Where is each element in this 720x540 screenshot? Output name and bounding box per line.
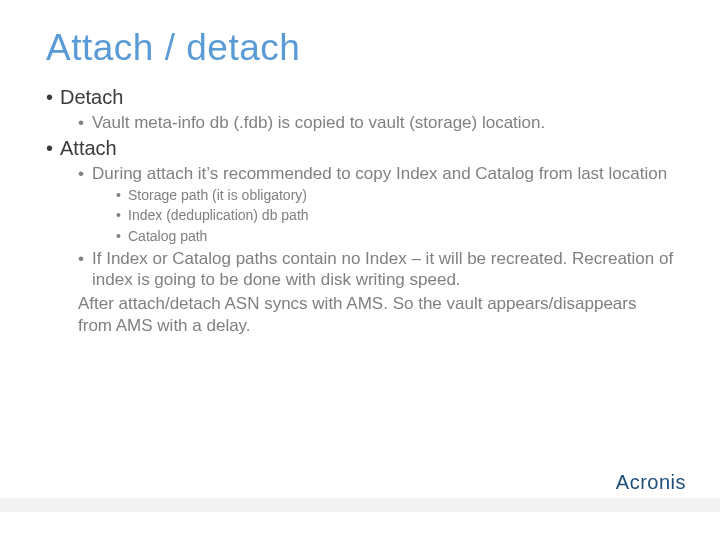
bullet-attach-sub1: During attach it’s recommended to copy I…	[78, 163, 674, 245]
bullet-detach-sub-0: Vault meta-info db (.fdb) is copied to v…	[78, 112, 674, 133]
bullet-attach-after: After attach/detach ASN syncs with AMS. …	[78, 293, 674, 336]
slide-title: Attach / detach	[46, 28, 674, 69]
bullet-attach-sub1-child-2: Catalog path	[116, 227, 674, 245]
footer-stripe	[0, 498, 720, 512]
brand-logo: Acronis	[616, 471, 686, 494]
bullet-attach: Attach During attach it’s recommended to…	[46, 136, 674, 336]
bullet-attach-sub1-child-0: Storage path (it is obligatory)	[116, 186, 674, 204]
bullet-attach-sub2: If Index or Catalog paths contain no Ind…	[78, 248, 674, 291]
slide: Attach / detach Detach Vault meta-info d…	[0, 0, 720, 540]
bullet-detach: Detach Vault meta-info db (.fdb) is copi…	[46, 85, 674, 133]
bullet-attach-label: Attach	[60, 137, 117, 159]
bullet-attach-sub1-child-1: Index (deduplication) db path	[116, 206, 674, 224]
bullet-detach-label: Detach	[60, 86, 123, 108]
bullet-list: Detach Vault meta-info db (.fdb) is copi…	[46, 85, 674, 336]
bullet-attach-sub1-text: During attach it’s recommended to copy I…	[92, 164, 667, 183]
